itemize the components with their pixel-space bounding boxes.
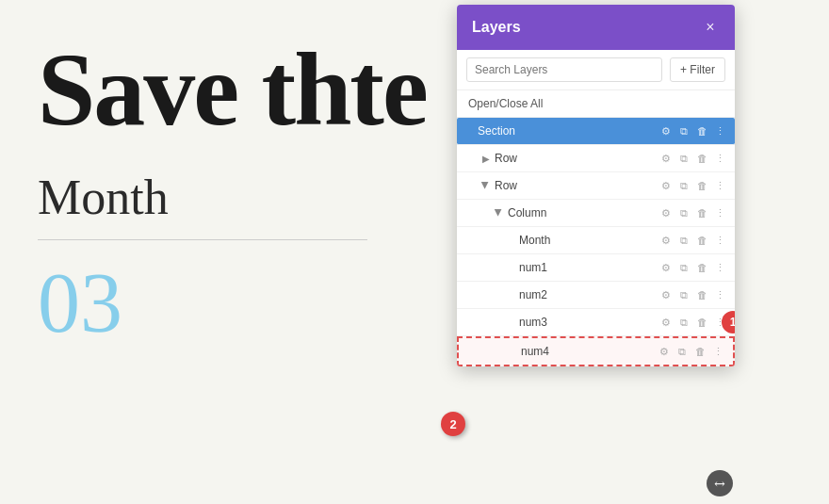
delete-icon[interactable]: 🗑: [694, 315, 709, 330]
layer-name: Row: [495, 152, 655, 165]
delete-icon[interactable]: 🗑: [694, 205, 709, 220]
panel-close-button[interactable]: ×: [701, 18, 720, 37]
search-input[interactable]: [466, 57, 662, 82]
delete-icon[interactable]: 🗑: [694, 178, 709, 193]
layer-list: Section ⚙ ⧉ 🗑 ⋮ ▶ Row ⚙ ⧉ 🗑 ⋮ ▶ Row: [457, 118, 735, 366]
duplicate-icon[interactable]: ⧉: [676, 123, 691, 138]
layer-actions: ⚙ ⧉ 🗑 ⋮: [658, 151, 727, 166]
layer-name: Section: [478, 124, 655, 138]
duplicate-icon[interactable]: ⧉: [676, 287, 691, 302]
layer-actions: ⚙ ⧉ 🗑 ⋮: [658, 260, 727, 275]
duplicate-icon[interactable]: ⧉: [676, 260, 691, 275]
layer-actions: ⚙ ⧉ 🗑 ⋮: [658, 205, 727, 220]
layer-name: num2: [519, 288, 655, 301]
layers-panel: Layers × + Filter Open/Close All Section…: [457, 5, 735, 366]
chevron-icon: ▶: [480, 152, 493, 165]
layer-actions: ⚙ ⧉ 🗑 ⋮: [658, 287, 727, 302]
layer-name: Month: [519, 234, 655, 247]
title-text: Save th: [38, 32, 349, 147]
chevron-icon: ▶: [480, 179, 493, 192]
layer-item[interactable]: Month ⚙ ⧉ 🗑 ⋮: [457, 227, 735, 254]
layer-actions: ⚙ ⧉ 🗑 ⋮: [658, 233, 727, 248]
settings-icon[interactable]: ⚙: [658, 315, 674, 330]
layer-item-num4[interactable]: num4 ⚙ ⧉ 🗑 ⋮: [457, 336, 735, 366]
duplicate-icon[interactable]: ⧉: [676, 205, 691, 220]
layer-name: num1: [519, 261, 655, 274]
layer-item-num3[interactable]: num3 ⚙ ⧉ 🗑 ⋮ 1: [457, 309, 735, 336]
panel-header: Layers ×: [457, 5, 735, 50]
duplicate-icon[interactable]: ⧉: [676, 315, 691, 330]
delete-icon[interactable]: 🗑: [694, 123, 709, 138]
layer-name: Row: [495, 179, 655, 192]
settings-icon[interactable]: ⚙: [657, 344, 672, 359]
more-icon[interactable]: ⋮: [712, 233, 727, 248]
layer-actions: ⚙ ⧉ 🗑 ⋮: [658, 315, 727, 330]
layer-actions: ⚙ ⧉ 🗑 ⋮: [658, 178, 727, 193]
layer-item[interactable]: num2 ⚙ ⧉ 🗑 ⋮: [457, 282, 735, 309]
duplicate-icon[interactable]: ⧉: [675, 344, 690, 359]
layer-item[interactable]: ▶ Column ⚙ ⧉ 🗑 ⋮: [457, 200, 735, 227]
layer-item[interactable]: num1 ⚙ ⧉ 🗑 ⋮: [457, 254, 735, 282]
open-close-all[interactable]: Open/Close All: [457, 90, 735, 118]
more-icon[interactable]: ⋮: [710, 344, 725, 359]
duplicate-icon[interactable]: ⧉: [676, 233, 691, 248]
settings-icon[interactable]: ⚙: [658, 233, 674, 248]
layer-item[interactable]: ▶ Row ⚙ ⧉ 🗑 ⋮: [457, 172, 735, 200]
search-row: + Filter: [457, 50, 735, 90]
settings-icon[interactable]: ⚙: [658, 151, 674, 166]
delete-icon[interactable]: 🗑: [694, 151, 709, 166]
drag-handle[interactable]: ⤡: [707, 470, 733, 496]
more-icon[interactable]: ⋮: [712, 151, 727, 166]
layer-name: num4: [521, 345, 653, 358]
drag-handle-icon: ⤡: [710, 474, 730, 494]
layer-name: Column: [508, 206, 655, 219]
layer-actions: ⚙ ⧉ 🗑 ⋮: [658, 123, 727, 138]
panel-title: Layers: [472, 19, 521, 36]
layer-item[interactable]: ▶ Row ⚙ ⧉ 🗑 ⋮: [457, 145, 735, 172]
layer-name: num3: [519, 316, 655, 329]
chevron-icon: ▶: [493, 206, 506, 219]
more-icon[interactable]: ⋮: [712, 205, 727, 220]
delete-icon[interactable]: 🗑: [692, 344, 707, 359]
more-icon[interactable]: ⋮: [712, 123, 727, 138]
badge-1: 1: [722, 311, 735, 333]
layer-item[interactable]: Section ⚙ ⧉ 🗑 ⋮: [457, 118, 735, 145]
more-icon[interactable]: ⋮: [712, 260, 727, 275]
delete-icon[interactable]: 🗑: [694, 233, 709, 248]
badge-2: 2: [441, 412, 465, 436]
settings-icon[interactable]: ⚙: [658, 178, 674, 193]
filter-button[interactable]: + Filter: [670, 57, 725, 82]
settings-icon[interactable]: ⚙: [658, 260, 674, 275]
more-icon[interactable]: ⋮: [712, 178, 727, 193]
settings-icon[interactable]: ⚙: [658, 123, 674, 138]
delete-icon[interactable]: 🗑: [694, 260, 709, 275]
more-icon[interactable]: ⋮: [712, 287, 727, 302]
duplicate-icon[interactable]: ⧉: [676, 178, 691, 193]
settings-icon[interactable]: ⚙: [658, 287, 674, 302]
divider: [38, 239, 367, 240]
settings-icon[interactable]: ⚙: [658, 205, 674, 220]
delete-icon[interactable]: 🗑: [694, 287, 709, 302]
duplicate-icon[interactable]: ⧉: [676, 151, 691, 166]
layer-actions: ⚙ ⧉ 🗑 ⋮: [657, 344, 725, 359]
